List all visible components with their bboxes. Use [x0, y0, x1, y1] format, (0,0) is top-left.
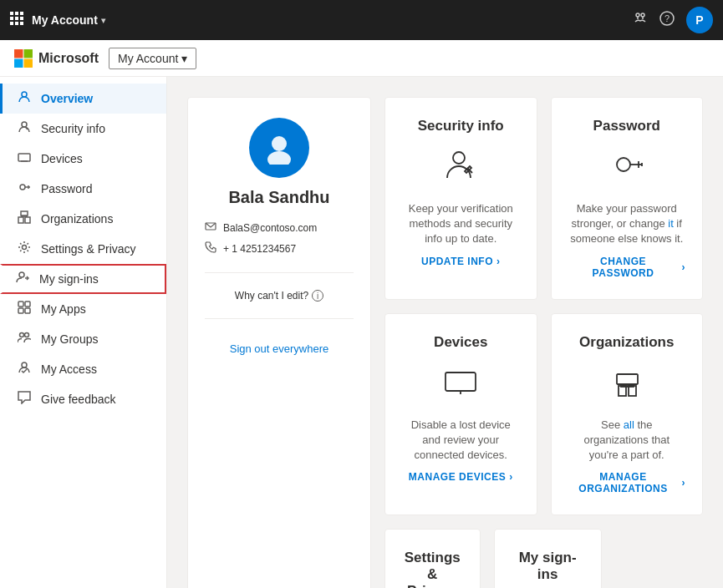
svg-rect-7 — [15, 22, 18, 25]
password-icon — [16, 180, 33, 197]
my-apps-icon — [16, 301, 33, 317]
sidebar-item-settings-privacy[interactable]: Settings & Privacy — [0, 234, 166, 264]
sidebar-item-overview[interactable]: Overview — [0, 84, 166, 114]
svg-point-24 — [20, 185, 25, 190]
svg-rect-36 — [18, 302, 23, 307]
svg-rect-4 — [15, 17, 18, 20]
svg-point-46 — [453, 152, 465, 164]
svg-rect-16 — [24, 49, 33, 58]
svg-point-48 — [617, 158, 630, 171]
svg-rect-2 — [20, 12, 23, 15]
my-groups-icon — [16, 331, 33, 347]
svg-rect-0 — [10, 12, 13, 15]
feedback-icon — [16, 391, 33, 408]
sidebar-item-security-info[interactable]: Security info — [0, 114, 166, 144]
cards-layout: Bala Sandhu BalaS@contoso.com — [187, 97, 703, 588]
topbar-right: ? P — [633, 7, 713, 33]
sidebar-item-organizations[interactable]: Organizations — [0, 204, 166, 234]
svg-rect-27 — [18, 217, 23, 223]
feature-grid-middle: Devices Disable a lost device and review… — [384, 313, 703, 516]
profile-email: BalaS@contoso.com — [223, 222, 317, 234]
user-avatar[interactable]: P — [686, 7, 713, 33]
sidebar-item-my-access[interactable]: My Access — [0, 354, 166, 384]
main-content: Bala Sandhu BalaS@contoso.com — [167, 77, 723, 588]
my-sign-ins-card: My sign-ins See when and where — [494, 529, 602, 588]
main-layout: Overview Security info Devices — [0, 77, 723, 588]
ms-logo-icon — [13, 48, 33, 68]
security-info-icon — [16, 120, 33, 137]
my-access-icon — [16, 361, 33, 378]
svg-rect-57 — [617, 374, 638, 384]
microsoft-logo: Microsoft — [13, 48, 99, 68]
svg-point-44 — [267, 151, 291, 165]
organizations-card-title: Organizations — [579, 334, 674, 351]
svg-rect-18 — [24, 58, 33, 67]
sidebar: Overview Security info Devices — [0, 77, 167, 588]
password-card-desc: Make your password stronger, or change i… — [568, 201, 686, 247]
manage-devices-link[interactable]: MANAGE DEVICES › — [409, 471, 513, 483]
organizations-card-desc: See all the organizations that you're a … — [568, 418, 686, 464]
organization-icon[interactable] — [633, 11, 648, 29]
security-info-card-title: Security info — [418, 118, 504, 134]
devices-card-title: Devices — [434, 334, 487, 351]
empty-card — [615, 529, 703, 588]
my-sign-ins-card-title: My sign-ins — [512, 550, 584, 583]
link-arrow-icon: › — [682, 261, 686, 273]
devices-icon — [16, 150, 33, 167]
manage-organizations-link[interactable]: MANAGE ORGANIZATIONS › — [568, 471, 686, 494]
settings-privacy-card-title: Settings & Privacy — [402, 550, 463, 588]
devices-card-desc: Disable a lost device and review your co… — [402, 418, 520, 464]
svg-rect-58 — [621, 386, 634, 387]
email-icon — [205, 220, 216, 235]
sidebar-item-my-groups[interactable]: My Groups — [0, 324, 166, 354]
svg-rect-38 — [18, 308, 23, 313]
sidebar-item-label: My Groups — [41, 332, 98, 346]
organizations-icon — [16, 210, 33, 227]
sidebar-item-label: Overview — [41, 92, 93, 105]
feature-cards-container: Security info Keep your verification met… — [384, 97, 703, 588]
security-info-card: Security info Keep your verification met… — [384, 97, 537, 300]
help-icon[interactable]: ? — [659, 11, 675, 29]
svg-point-20 — [22, 122, 27, 127]
organizations-all-link[interactable]: all — [624, 418, 634, 431]
profile-email-row: BalaS@contoso.com — [205, 220, 354, 235]
change-password-link[interactable]: CHANGE PASSWORD › — [568, 256, 686, 279]
svg-point-9 — [636, 13, 639, 17]
sidebar-item-give-feedback[interactable]: Give feedback — [0, 384, 166, 414]
account-chevron-icon: ▾ — [181, 52, 187, 65]
link-arrow-icon: › — [682, 477, 686, 489]
phone-icon — [205, 241, 216, 256]
security-info-card-icon — [442, 146, 479, 190]
svg-point-40 — [20, 333, 24, 337]
svg-rect-52 — [446, 373, 476, 391]
svg-point-34 — [19, 272, 24, 277]
svg-point-41 — [25, 333, 29, 337]
why-edit[interactable]: Why can't I edit? i — [235, 290, 323, 302]
feature-grid-top: Security info Keep your verification met… — [384, 97, 703, 300]
sidebar-item-my-sign-ins[interactable]: My sign-ins — [0, 264, 166, 294]
waffle-icon[interactable] — [10, 12, 23, 28]
organizations-card: Organizations — [551, 313, 704, 516]
topbar-title[interactable]: My Account ▾ — [32, 13, 105, 27]
overview-icon — [16, 90, 33, 107]
sidebar-item-label: Settings & Privacy — [41, 242, 136, 256]
sidebar-item-devices[interactable]: Devices — [0, 144, 166, 174]
topbar-chevron-icon: ▾ — [101, 16, 105, 25]
svg-rect-17 — [14, 58, 23, 67]
profile-divider-2 — [205, 318, 354, 319]
update-info-link[interactable]: UPDATE INFO › — [421, 256, 500, 267]
svg-text:?: ? — [664, 13, 670, 23]
account-selector[interactable]: My Account ▾ — [109, 48, 196, 69]
svg-rect-37 — [25, 302, 30, 307]
sidebar-item-my-apps[interactable]: My Apps — [0, 294, 166, 324]
devices-card: Devices Disable a lost device and review… — [384, 313, 537, 516]
svg-point-19 — [22, 92, 27, 97]
devices-card-icon — [442, 362, 479, 406]
svg-point-10 — [641, 13, 644, 17]
sidebar-item-label: Give feedback — [41, 393, 116, 406]
sidebar-item-password[interactable]: Password — [0, 174, 166, 204]
profile-info: BalaS@contoso.com + 1 4251234567 — [205, 220, 354, 256]
sidebar-item-label: Password — [41, 182, 92, 195]
signout-link[interactable]: Sign out everywhere — [230, 342, 329, 355]
settings-icon — [16, 241, 33, 257]
